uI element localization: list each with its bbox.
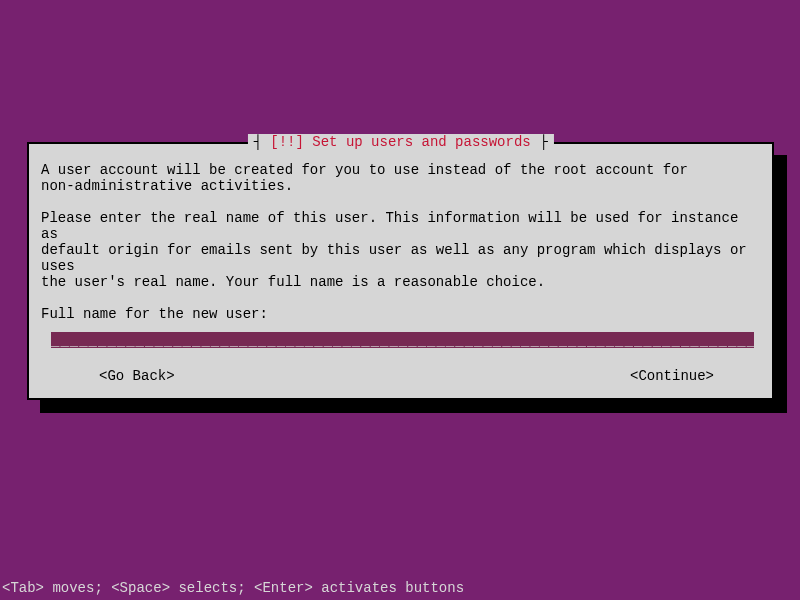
go-back-button[interactable]: <Go Back>: [99, 368, 175, 384]
button-row: <Go Back> <Continue>: [29, 368, 772, 384]
footer-help-text: <Tab> moves; <Space> selects; <Enter> ac…: [2, 580, 464, 596]
input-underline: ________________________________________…: [51, 333, 754, 348]
title-bracket-left: ┤: [253, 134, 261, 150]
dialog-box: ┤ [!!] Set up users and passwords ├ A us…: [27, 142, 774, 400]
dialog-title: ┤ [!!] Set up users and passwords ├: [247, 134, 553, 150]
full-name-prompt: Full name for the new user:: [41, 306, 760, 322]
title-marker: [!!]: [270, 134, 304, 150]
instruction-para-1: A user account will be created for you t…: [41, 162, 760, 194]
continue-button[interactable]: <Continue>: [630, 368, 714, 384]
full-name-input[interactable]: ________________________________________…: [51, 332, 754, 348]
instruction-para-2: Please enter the real name of this user.…: [41, 210, 760, 290]
title-bracket-right: ├: [539, 134, 547, 150]
title-text: Set up users and passwords: [312, 134, 530, 150]
dialog-content: A user account will be created for you t…: [29, 144, 772, 348]
